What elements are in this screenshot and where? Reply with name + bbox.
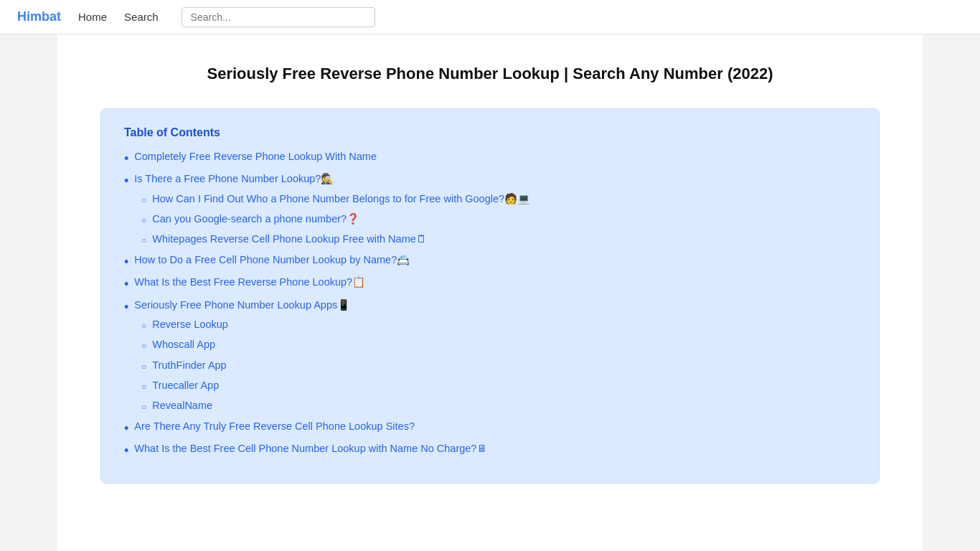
toc-sub-link[interactable]: Whitepages Reverse Cell Phone Lookup Fre… (152, 233, 427, 245)
toc-link[interactable]: What Is the Best Free Reverse Phone Look… (134, 276, 365, 288)
table-of-contents: Table of Contents • Completely Free Reve… (100, 108, 880, 484)
toc-sub-link[interactable]: Whoscall App (152, 339, 215, 350)
list-item: ○ Whoscall App (124, 339, 856, 353)
sub-bullet-icon: ○ (141, 339, 146, 353)
navbar: Himbat Home Search (0, 0, 980, 34)
search-input[interactable] (182, 7, 375, 27)
toc-heading: Table of Contents (124, 126, 856, 139)
bullet-icon: • (124, 299, 128, 316)
page-title: Seriously Free Reverse Phone Number Look… (100, 63, 880, 85)
search-nav-link[interactable]: Search (124, 11, 159, 23)
bullet-icon: • (124, 173, 128, 189)
bullet-icon: • (124, 443, 128, 459)
home-link[interactable]: Home (78, 11, 107, 23)
list-item: ○ Can you Google-search a phone number?❓ (124, 213, 856, 227)
list-item: ○ How Can I Find Out Who a Phone Number … (124, 193, 856, 207)
list-item: • Completely Free Reverse Phone Lookup W… (124, 151, 856, 167)
sub-bullet-icon: ○ (141, 359, 146, 374)
sub-bullet-icon: ○ (141, 380, 146, 394)
bullet-icon: • (124, 254, 128, 270)
toc-link[interactable]: How to Do a Free Cell Phone Number Looku… (134, 254, 410, 266)
toc-list: • Completely Free Reverse Phone Lookup W… (124, 151, 856, 460)
brand-logo[interactable]: Himbat (17, 9, 61, 24)
list-item: • What Is the Best Free Cell Phone Numbe… (124, 443, 856, 459)
toc-sub-link[interactable]: TruthFinder App (152, 359, 226, 371)
sub-bullet-icon: ○ (141, 400, 146, 414)
bullet-icon: • (124, 151, 128, 167)
bullet-icon: • (124, 420, 128, 437)
list-item: ○ RevealName (124, 400, 856, 414)
toc-sub-list: ○ How Can I Find Out Who a Phone Number … (124, 193, 856, 248)
toc-link[interactable]: Seriously Free Phone Number Lookup Apps📱 (134, 299, 350, 311)
sub-bullet-icon: ○ (141, 193, 146, 207)
list-item: • What Is the Best Free Reverse Phone Lo… (124, 276, 856, 293)
toc-sub-link[interactable]: RevealName (152, 400, 212, 411)
toc-link[interactable]: Completely Free Reverse Phone Lookup Wit… (134, 151, 377, 162)
list-item: • Is There a Free Phone Number Lookup?🕵 … (124, 173, 856, 248)
list-item: • Are There Any Truly Free Reverse Cell … (124, 420, 856, 437)
sub-bullet-icon: ○ (141, 213, 146, 227)
list-item: ○ Truecaller App (124, 380, 856, 394)
bullet-icon: • (124, 276, 128, 293)
toc-link[interactable]: Is There a Free Phone Number Lookup?🕵 (134, 173, 334, 185)
list-item: ○ Whitepages Reverse Cell Phone Lookup F… (124, 233, 856, 248)
list-item: ○ Reverse Lookup (124, 319, 856, 333)
toc-link[interactable]: What Is the Best Free Cell Phone Number … (134, 443, 487, 454)
sub-bullet-icon: ○ (141, 319, 146, 333)
main-content: Seriously Free Reverse Phone Number Look… (57, 34, 923, 551)
toc-link[interactable]: Are There Any Truly Free Reverse Cell Ph… (134, 420, 415, 432)
list-item: ○ TruthFinder App (124, 359, 856, 374)
sub-bullet-icon: ○ (141, 233, 146, 248)
toc-sub-link[interactable]: How Can I Find Out Who a Phone Number Be… (152, 193, 530, 205)
list-item: • Seriously Free Phone Number Lookup App… (124, 299, 856, 415)
list-item: • How to Do a Free Cell Phone Number Loo… (124, 254, 856, 270)
toc-sub-link[interactable]: Reverse Lookup (152, 319, 228, 330)
toc-sub-list: ○ Reverse Lookup ○ Whoscall App ○ (124, 319, 856, 415)
toc-sub-link[interactable]: Can you Google-search a phone number?❓ (152, 213, 359, 225)
toc-sub-link[interactable]: Truecaller App (152, 380, 219, 391)
